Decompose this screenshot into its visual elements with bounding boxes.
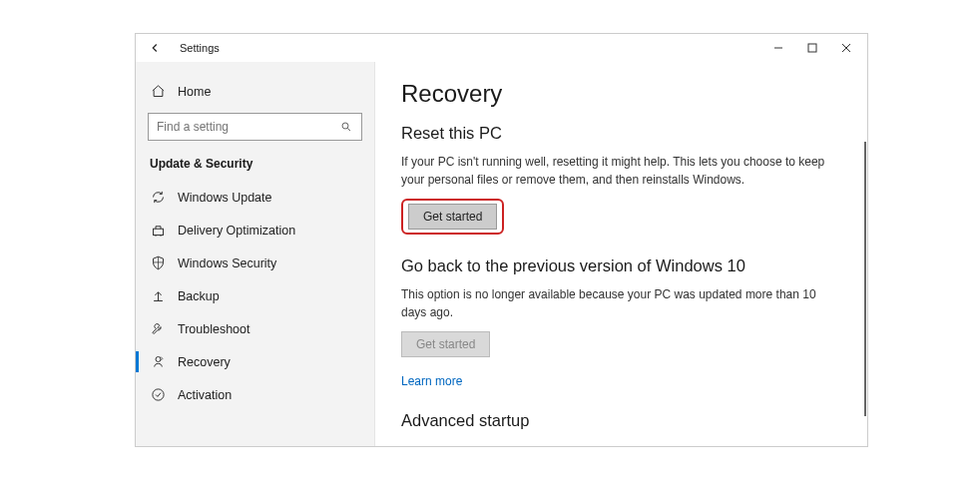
home-button[interactable]: Home — [136, 76, 374, 107]
titlebar: Settings — [136, 34, 867, 62]
settings-window: Settings Home — [135, 33, 868, 447]
reset-desc: If your PC isn't running well, resetting… — [401, 153, 840, 189]
sidebar: Home Update & Security Windows Update — [136, 62, 375, 446]
sidebar-item-label: Windows Security — [178, 256, 276, 270]
sidebar-item-label: Backup — [178, 289, 220, 303]
advanced-title: Advanced startup — [401, 411, 840, 430]
back-icon[interactable] — [148, 41, 162, 55]
svg-rect-6 — [153, 229, 163, 235]
sidebar-item-delivery-optimization[interactable]: Delivery Optimization — [136, 214, 374, 247]
wrench-icon — [150, 321, 166, 336]
home-label: Home — [178, 85, 211, 99]
backup-icon — [150, 288, 166, 303]
sidebar-category: Update & Security — [136, 151, 374, 181]
scrollbar[interactable] — [864, 142, 866, 416]
search-input[interactable] — [148, 113, 362, 141]
reset-get-started-button[interactable]: Get started — [408, 204, 497, 230]
shield-icon — [150, 255, 166, 270]
sidebar-item-label: Delivery Optimization — [178, 224, 295, 238]
home-icon — [150, 84, 166, 99]
reset-title: Reset this PC — [401, 124, 840, 143]
sidebar-item-windows-update[interactable]: Windows Update — [136, 181, 374, 214]
svg-point-13 — [156, 357, 161, 362]
svg-rect-1 — [808, 44, 816, 52]
learn-more-link[interactable]: Learn more — [401, 374, 462, 388]
window-title: Settings — [180, 42, 220, 54]
goback-desc: This option is no longer available becau… — [401, 285, 840, 321]
titlebar-left: Settings — [148, 41, 220, 55]
content-area: Home Update & Security Windows Update — [136, 62, 867, 446]
maximize-button[interactable] — [795, 35, 829, 61]
section-advanced-startup: Advanced startup — [401, 411, 840, 430]
main-panel: Recovery Reset this PC If your PC isn't … — [375, 62, 867, 446]
goback-get-started-button: Get started — [401, 331, 490, 357]
recovery-icon — [150, 354, 166, 369]
minimize-button[interactable] — [761, 35, 795, 61]
check-circle-icon — [150, 387, 166, 402]
sidebar-item-recovery[interactable]: Recovery — [136, 345, 374, 378]
sidebar-item-windows-security[interactable]: Windows Security — [136, 247, 374, 279]
page-title: Recovery — [401, 80, 841, 108]
sidebar-item-label: Troubleshoot — [178, 322, 250, 336]
sidebar-item-label: Recovery — [178, 355, 231, 369]
sidebar-item-label: Activation — [178, 388, 232, 402]
section-go-back: Go back to the previous version of Windo… — [401, 256, 840, 389]
sync-icon — [150, 190, 166, 205]
delivery-icon — [150, 223, 166, 238]
sidebar-item-activation[interactable]: Activation — [136, 378, 374, 411]
highlight-ring: Get started — [401, 199, 504, 235]
search-wrap — [136, 107, 374, 151]
sidebar-nav: Windows Update Delivery Optimization Win… — [136, 181, 374, 411]
svg-point-14 — [152, 389, 163, 400]
window-controls — [761, 35, 863, 61]
section-reset-pc: Reset this PC If your PC isn't running w… — [401, 124, 840, 235]
sidebar-item-label: Windows Update — [178, 191, 272, 205]
close-button[interactable] — [829, 35, 863, 61]
goback-title: Go back to the previous version of Windo… — [401, 256, 840, 275]
sidebar-item-troubleshoot[interactable]: Troubleshoot — [136, 312, 374, 345]
sidebar-item-backup[interactable]: Backup — [136, 279, 374, 312]
